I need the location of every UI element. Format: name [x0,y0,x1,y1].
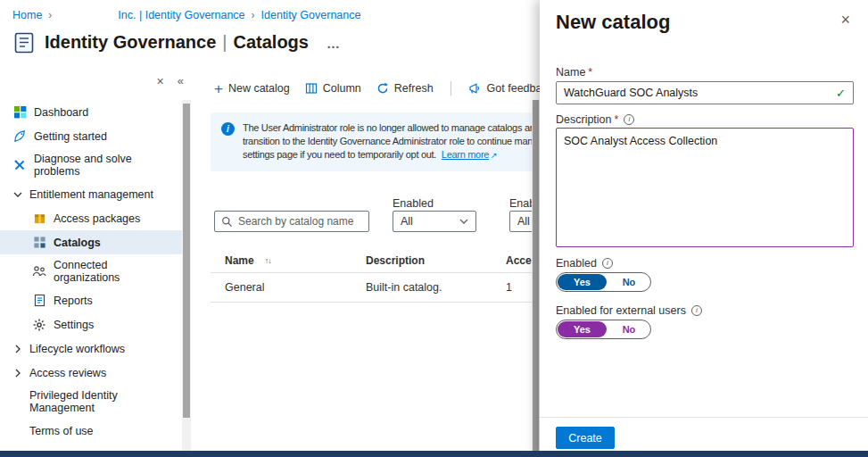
sidebar-item-connected-organizations[interactable]: Connected organizations [0,254,182,288]
breadcrumb-home-link[interactable]: Home [12,9,42,21]
enabled-label-text: Enabled [556,257,597,270]
search-input[interactable] [238,215,362,228]
required-asterisk: * [588,66,592,79]
sidebar-scrollbar[interactable] [182,100,191,451]
learn-more-link[interactable]: Learn more↗ [442,149,498,160]
new-catalog-button-label: New catalog [228,82,290,95]
external-users-toggle-yes[interactable]: Yes [558,321,607,337]
chevron-down-icon [459,219,468,224]
info-icon: i [221,122,235,136]
connected-organizations-icon [32,264,46,278]
access-packages-icon [32,212,46,226]
breadcrumb-redacted-tenant-name [58,10,112,21]
info-banner-line-2: transition to the Identity Governance Ad… [243,135,562,148]
name-label-text: Name [556,66,585,79]
sidebar-item-label: Reports [54,295,93,307]
panel-footer-divider [540,417,868,418]
enabled-filter-2-value: All [517,215,530,228]
info-icon: i [602,258,613,269]
name-input[interactable] [557,87,853,99]
info-icon: i [691,305,702,316]
sidebar-group-access-reviews[interactable]: Access reviews [0,361,182,385]
panel-close-icon[interactable]: × [840,12,850,28]
enabled-filter-value: All [401,215,413,228]
breadcrumb-current-link[interactable]: Identity Governance [261,9,361,21]
breadcrumb-tenant-link[interactable]: Inc. | Identity Governance [118,9,244,21]
sidebar-item-terms-of-use[interactable]: Terms of use [0,419,182,443]
dashboard-icon [12,105,27,120]
required-asterisk: * [615,113,619,126]
cell-description: Built-in catalog. [366,281,506,294]
refresh-button-label: Refresh [394,82,434,95]
sidebar-item-label: Access packages [54,212,140,225]
info-banner-text: The User Administrator role is no longer… [243,121,562,162]
sidebar-scrollbar-thumb[interactable] [183,104,190,418]
info-icon: i [624,114,634,125]
sidebar-item-label: Lifecycle workflows [29,343,125,355]
sidebar-item-label: Settings [54,319,94,331]
more-menu-button[interactable]: … [327,36,340,51]
sidebar-item-privileged-identity-management[interactable]: Privileged Identity Management [0,385,182,419]
new-catalog-panel: New catalog × Name * ✓ Description * i S… [540,0,868,457]
sidebar-item-label: Access reviews [29,367,106,379]
name-field-label: Name * [556,66,592,79]
sidebar-item-reports[interactable]: Reports [0,288,182,312]
command-bar: + New catalog Column Refresh Got feedbac… [214,77,559,100]
sidebar-group-lifecycle-workflows[interactable]: Lifecycle workflows [0,337,182,361]
sidebar-item-getting-started[interactable]: Getting started [0,124,182,148]
sidebar-item-catalogs[interactable]: Catalogs [0,230,182,254]
external-users-toggle-no[interactable]: No [608,320,650,338]
sidebar-item-label: Getting started [34,130,107,143]
reports-icon [32,294,46,308]
identity-governance-catalogs-screen: Home › Inc. | Identity Governance › Iden… [0,0,868,457]
sidebar-item-diagnose[interactable]: Diagnose and solve problems [0,148,182,182]
enabled-toggle-no[interactable]: No [608,273,650,291]
page-title-divider: | [222,32,227,53]
sidebar-item-access-packages[interactable]: Access packages [0,206,182,230]
external-users-toggle: Yes No [556,320,651,339]
create-button[interactable]: Create [556,427,615,449]
sidebar-close-icon[interactable]: × [157,75,164,87]
sidebar: × « Dashboard Getting started Diag [0,70,191,451]
page-title: Identity Governance | Catalogs [45,32,309,53]
info-banner-line-3: settings page if you need to temporarily… [243,148,562,162]
description-textarea[interactable]: SOC Analyst Access Collection [556,128,854,247]
enabled-toggle-yes[interactable]: Yes [558,274,607,290]
sidebar-collapse-icon[interactable]: « [178,75,184,87]
sidebar-nav: Dashboard Getting started Diagnose and s… [0,100,191,457]
catalogs-icon [32,236,46,250]
chevron-down-icon [12,192,23,197]
column-button[interactable]: Column [305,82,361,95]
column-header-name[interactable]: Name ↑↓ [225,254,366,267]
description-field-label: Description * i [556,113,634,126]
chevron-right-icon [12,369,23,378]
enabled-toggle-label: Enabled i [556,257,613,270]
catalog-search-box [214,211,369,232]
breadcrumb: Home › Inc. | Identity Governance › Iden… [12,9,360,21]
new-catalog-button[interactable]: + New catalog [214,82,290,95]
main-scrollbar-thumb[interactable] [533,100,539,451]
refresh-button[interactable]: Refresh [376,82,434,95]
sidebar-group-entitlement-management[interactable]: Entitlement management [0,182,182,206]
page-title-main: Identity Governance [45,32,216,53]
getting-started-icon [12,129,27,144]
settings-gear-icon [32,318,46,332]
search-icon [221,216,233,228]
sidebar-item-dashboard[interactable]: Dashboard [0,100,182,124]
sidebar-item-label: Diagnose and solve problems [34,153,175,178]
feedback-megaphone-icon [468,82,482,95]
sidebar-item-settings[interactable]: Settings [0,312,182,337]
name-input-wrap: ✓ [556,81,854,104]
sidebar-item-label: Connected organizations [54,259,175,284]
plus-icon: + [214,83,223,95]
column-button-label: Column [323,82,361,95]
diagnose-icon [12,158,27,172]
sort-icon[interactable]: ↑↓ [265,256,271,265]
toolbar-divider [451,81,451,96]
sidebar-item-label: Catalogs [54,237,101,249]
breadcrumb-separator-icon: › [48,9,52,21]
main-scrollbar[interactable] [532,100,540,451]
enabled-filter-dropdown[interactable]: All [393,211,476,232]
page-header: Identity Governance | Catalogs … [12,30,340,54]
column-header-description[interactable]: Description [366,254,506,267]
